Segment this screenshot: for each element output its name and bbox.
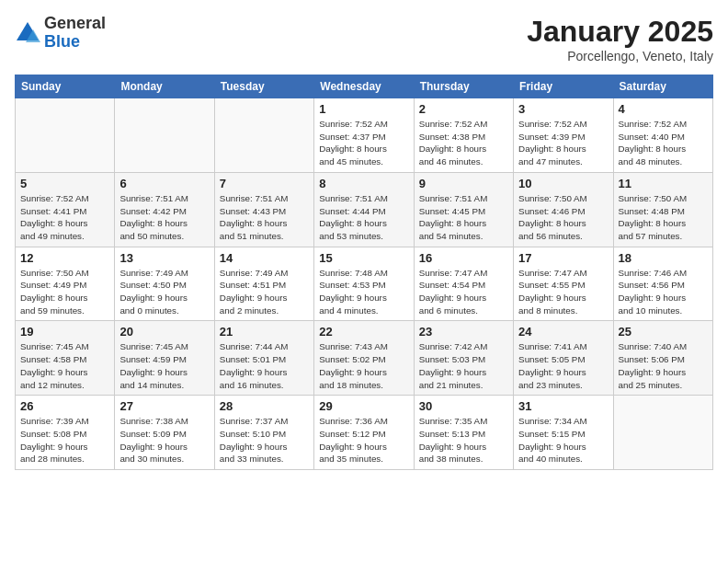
weekday-header-sunday: Sunday: [16, 75, 115, 98]
location-subtitle: Porcellengo, Veneto, Italy: [527, 49, 713, 63]
calendar-cell: 7Sunrise: 7:51 AM Sunset: 4:43 PM Daylig…: [214, 172, 313, 247]
day-number: 21: [220, 325, 309, 339]
calendar-cell: 26Sunrise: 7:39 AM Sunset: 5:08 PM Dayli…: [16, 396, 115, 470]
day-number: 19: [20, 325, 109, 339]
day-number: 3: [518, 102, 608, 116]
day-info: Sunrise: 7:51 AM Sunset: 4:42 PM Dayligh…: [119, 192, 209, 243]
day-info: Sunrise: 7:51 AM Sunset: 4:44 PM Dayligh…: [319, 192, 408, 243]
calendar-cell: 28Sunrise: 7:37 AM Sunset: 5:10 PM Dayli…: [214, 396, 313, 470]
calendar-week-3: 12Sunrise: 7:50 AM Sunset: 4:49 PM Dayli…: [16, 247, 713, 321]
logo-icon: [15, 20, 40, 46]
calendar-cell: 30Sunrise: 7:35 AM Sunset: 5:13 PM Dayli…: [414, 396, 513, 470]
day-number: 24: [518, 325, 608, 339]
month-year-title: January 2025: [527, 15, 713, 49]
day-number: 25: [619, 325, 708, 339]
day-info: Sunrise: 7:51 AM Sunset: 4:43 PM Dayligh…: [220, 192, 309, 243]
day-number: 17: [518, 251, 608, 265]
calendar-cell: 14Sunrise: 7:49 AM Sunset: 4:51 PM Dayli…: [214, 247, 313, 321]
calendar-cell: 31Sunrise: 7:34 AM Sunset: 5:15 PM Dayli…: [514, 396, 613, 470]
day-number: 26: [20, 399, 109, 413]
weekday-header-thursday: Thursday: [414, 75, 513, 98]
calendar-cell: 10Sunrise: 7:50 AM Sunset: 4:46 PM Dayli…: [514, 172, 613, 247]
day-info: Sunrise: 7:52 AM Sunset: 4:38 PM Dayligh…: [419, 118, 508, 168]
day-info: Sunrise: 7:44 AM Sunset: 5:01 PM Dayligh…: [220, 340, 309, 391]
day-info: Sunrise: 7:52 AM Sunset: 4:37 PM Dayligh…: [319, 118, 408, 168]
calendar-cell: 22Sunrise: 7:43 AM Sunset: 5:02 PM Dayli…: [314, 321, 414, 396]
calendar-cell: 15Sunrise: 7:48 AM Sunset: 4:53 PM Dayli…: [314, 247, 414, 321]
weekday-header-saturday: Saturday: [613, 75, 712, 98]
day-info: Sunrise: 7:37 AM Sunset: 5:10 PM Dayligh…: [220, 415, 309, 465]
day-number: 20: [119, 325, 209, 339]
day-info: Sunrise: 7:41 AM Sunset: 5:05 PM Dayligh…: [518, 340, 608, 391]
day-info: Sunrise: 7:52 AM Sunset: 4:39 PM Dayligh…: [518, 118, 608, 168]
day-info: Sunrise: 7:50 AM Sunset: 4:49 PM Dayligh…: [20, 267, 109, 317]
day-info: Sunrise: 7:48 AM Sunset: 4:53 PM Dayligh…: [319, 267, 408, 317]
day-info: Sunrise: 7:52 AM Sunset: 4:41 PM Dayligh…: [20, 192, 109, 243]
day-number: 9: [419, 177, 508, 190]
day-number: 13: [119, 251, 209, 265]
day-info: Sunrise: 7:49 AM Sunset: 4:50 PM Dayligh…: [119, 267, 209, 317]
day-info: Sunrise: 7:42 AM Sunset: 5:03 PM Dayligh…: [419, 340, 508, 391]
page-header: General Blue January 2025 Porcellengo, V…: [15, 15, 713, 63]
day-number: 29: [319, 399, 408, 413]
calendar-cell: 8Sunrise: 7:51 AM Sunset: 4:44 PM Daylig…: [314, 172, 414, 247]
day-number: 18: [619, 251, 708, 265]
calendar-cell: 12Sunrise: 7:50 AM Sunset: 4:49 PM Dayli…: [16, 247, 115, 321]
weekday-header-monday: Monday: [115, 75, 214, 98]
day-number: 31: [518, 399, 608, 413]
calendar-week-4: 19Sunrise: 7:45 AM Sunset: 4:58 PM Dayli…: [16, 321, 713, 396]
calendar-cell: [115, 98, 214, 173]
calendar-cell: 27Sunrise: 7:38 AM Sunset: 5:09 PM Dayli…: [115, 396, 214, 470]
day-info: Sunrise: 7:47 AM Sunset: 4:54 PM Dayligh…: [419, 267, 508, 317]
calendar-cell: 5Sunrise: 7:52 AM Sunset: 4:41 PM Daylig…: [16, 172, 115, 247]
day-number: 4: [619, 102, 708, 116]
weekday-header-wednesday: Wednesday: [314, 75, 414, 98]
day-info: Sunrise: 7:52 AM Sunset: 4:40 PM Dayligh…: [619, 118, 708, 168]
calendar-cell: 19Sunrise: 7:45 AM Sunset: 4:58 PM Dayli…: [16, 321, 115, 396]
day-info: Sunrise: 7:40 AM Sunset: 5:06 PM Dayligh…: [619, 340, 708, 391]
day-info: Sunrise: 7:36 AM Sunset: 5:12 PM Dayligh…: [319, 415, 408, 465]
day-info: Sunrise: 7:45 AM Sunset: 4:59 PM Dayligh…: [119, 340, 209, 391]
day-number: 16: [419, 251, 508, 265]
day-number: 22: [319, 325, 408, 339]
day-number: 12: [20, 251, 109, 265]
logo-blue-text: Blue: [44, 32, 80, 51]
calendar-cell: 24Sunrise: 7:41 AM Sunset: 5:05 PM Dayli…: [514, 321, 613, 396]
weekday-header-friday: Friday: [514, 75, 613, 98]
day-number: 10: [518, 177, 608, 190]
calendar-cell: [16, 98, 115, 173]
day-info: Sunrise: 7:50 AM Sunset: 4:48 PM Dayligh…: [619, 192, 708, 243]
calendar-week-5: 26Sunrise: 7:39 AM Sunset: 5:08 PM Dayli…: [16, 396, 713, 470]
calendar-cell: 4Sunrise: 7:52 AM Sunset: 4:40 PM Daylig…: [613, 98, 712, 173]
day-info: Sunrise: 7:51 AM Sunset: 4:45 PM Dayligh…: [419, 192, 508, 243]
calendar-table: SundayMondayTuesdayWednesdayThursdayFrid…: [15, 75, 713, 470]
day-info: Sunrise: 7:38 AM Sunset: 5:09 PM Dayligh…: [119, 415, 209, 465]
day-info: Sunrise: 7:50 AM Sunset: 4:46 PM Dayligh…: [518, 192, 608, 243]
day-number: 1: [319, 102, 408, 116]
calendar-cell: 1Sunrise: 7:52 AM Sunset: 4:37 PM Daylig…: [314, 98, 414, 173]
calendar-cell: 17Sunrise: 7:47 AM Sunset: 4:55 PM Dayli…: [514, 247, 613, 321]
calendar-cell: 16Sunrise: 7:47 AM Sunset: 4:54 PM Dayli…: [414, 247, 513, 321]
calendar-cell: [214, 98, 313, 173]
day-info: Sunrise: 7:39 AM Sunset: 5:08 PM Dayligh…: [20, 415, 109, 465]
day-info: Sunrise: 7:45 AM Sunset: 4:58 PM Dayligh…: [20, 340, 109, 391]
calendar-cell: 25Sunrise: 7:40 AM Sunset: 5:06 PM Dayli…: [613, 321, 712, 396]
day-number: 2: [419, 102, 508, 116]
day-number: 27: [119, 399, 209, 413]
weekday-header-tuesday: Tuesday: [214, 75, 313, 98]
day-info: Sunrise: 7:46 AM Sunset: 4:56 PM Dayligh…: [619, 267, 708, 317]
day-info: Sunrise: 7:34 AM Sunset: 5:15 PM Dayligh…: [518, 415, 608, 465]
day-number: 14: [220, 251, 309, 265]
calendar-cell: 9Sunrise: 7:51 AM Sunset: 4:45 PM Daylig…: [414, 172, 513, 247]
day-number: 8: [319, 177, 408, 190]
calendar-cell: 18Sunrise: 7:46 AM Sunset: 4:56 PM Dayli…: [613, 247, 712, 321]
day-number: 6: [119, 177, 209, 190]
day-info: Sunrise: 7:43 AM Sunset: 5:02 PM Dayligh…: [319, 340, 408, 391]
calendar-cell: 29Sunrise: 7:36 AM Sunset: 5:12 PM Dayli…: [314, 396, 414, 470]
day-number: 28: [220, 399, 309, 413]
calendar-week-1: 1Sunrise: 7:52 AM Sunset: 4:37 PM Daylig…: [16, 98, 713, 173]
day-number: 30: [419, 399, 508, 413]
day-info: Sunrise: 7:35 AM Sunset: 5:13 PM Dayligh…: [419, 415, 508, 465]
title-block: January 2025 Porcellengo, Veneto, Italy: [527, 15, 713, 63]
calendar-cell: 2Sunrise: 7:52 AM Sunset: 4:38 PM Daylig…: [414, 98, 513, 173]
